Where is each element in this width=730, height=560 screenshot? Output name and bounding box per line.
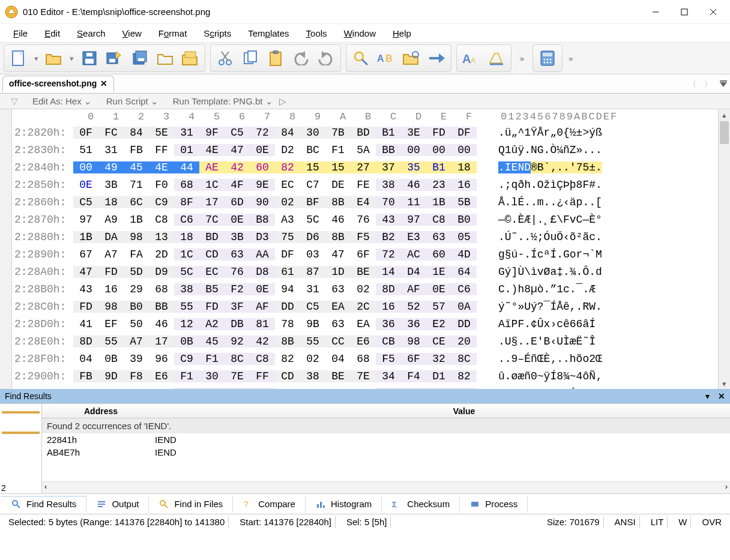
chevron-down-icon[interactable]: ▾ xyxy=(34,54,38,63)
bottom-tab-output[interactable]: Output xyxy=(86,496,149,513)
hex-row[interactable]: 2:2860h:C5186CC98F176D9002BF8BE470111B5B… xyxy=(12,193,718,211)
results-summary: Found 2 occurrences of 'IEND'. xyxy=(42,418,730,433)
hex-row[interactable]: 2:2820h:0FFC845E319FC57284307BBDB13EFDDF… xyxy=(12,124,718,141)
next-tab-button[interactable]: 〉 xyxy=(701,77,714,91)
hex-row[interactable]: 2:2890h:67A7FA2D1CCD63AADF03476F72AC604D… xyxy=(12,245,718,263)
maximize-button[interactable] xyxy=(670,2,699,22)
redo-button[interactable] xyxy=(316,49,336,68)
toolbar-overflow-icon[interactable]: » xyxy=(565,54,576,63)
chevron-down-icon[interactable]: ▾ xyxy=(70,54,74,63)
panel-close-icon[interactable]: ✕ xyxy=(718,391,725,401)
scroll-up-icon[interactable]: ▴ xyxy=(719,109,730,120)
gutter xyxy=(0,109,12,389)
find-result-row[interactable]: 22841hIEND xyxy=(42,433,730,446)
toolbar-overflow-icon[interactable]: » xyxy=(514,54,530,63)
menu-search[interactable]: Search xyxy=(68,26,114,41)
goto-button[interactable] xyxy=(427,49,446,68)
status-size[interactable]: Size: 701679 xyxy=(543,516,604,528)
menu-tools[interactable]: Tools xyxy=(298,26,336,41)
open-file-button[interactable] xyxy=(44,49,64,68)
svg-text:?: ? xyxy=(244,499,249,509)
new-file-button[interactable] xyxy=(9,49,28,68)
hex-row[interactable]: 2:28E0h:8D55A7170B4592428B55CCE6CB98CE20… xyxy=(12,333,718,350)
open-folder-button[interactable] xyxy=(155,49,175,68)
svg-point-47 xyxy=(13,501,17,505)
status-sel[interactable]: Sel: 5 [5h] xyxy=(343,516,391,528)
open-template-button[interactable] xyxy=(181,49,200,68)
save-all-button[interactable] xyxy=(130,49,149,68)
scroll-thumb[interactable] xyxy=(720,121,729,144)
calculator-button[interactable] xyxy=(538,49,557,68)
status-endian[interactable]: LIT xyxy=(647,516,668,528)
bottom-tab-checksum[interactable]: ΣChecksum xyxy=(382,496,460,513)
bottom-tab-find-in-files[interactable]: Find in Files xyxy=(149,496,233,513)
bottom-tab-histogram[interactable]: Histogram xyxy=(306,496,382,513)
expand-icon[interactable]: ▽ xyxy=(11,96,18,107)
hex-row[interactable]: 2:2870h:97A91BC8C67C0EB8A35C46764397C8B0… xyxy=(12,211,718,228)
bottom-tab-compare[interactable]: ?Compare xyxy=(233,496,306,513)
scroll-down-icon[interactable]: ▾ xyxy=(719,378,730,389)
menu-edit[interactable]: Edit xyxy=(36,26,68,41)
copy-button[interactable] xyxy=(241,49,260,68)
find-in-files-button[interactable] xyxy=(402,49,421,68)
svg-point-41 xyxy=(550,59,552,61)
find-in-files-icon xyxy=(158,499,169,510)
save-as-button[interactable] xyxy=(105,49,124,68)
highlight-button[interactable] xyxy=(487,49,506,68)
status-ovr[interactable]: OVR xyxy=(698,516,725,528)
edit-options-strip: ▽ Edit As: Hex ⌄ Run Script ⌄ Run Templa… xyxy=(0,94,730,109)
play-icon[interactable]: ▷ xyxy=(279,96,286,107)
minimap[interactable]: 2 xyxy=(0,404,42,493)
hex-row[interactable]: 2:2910h:0793AEF3465E837BB79A3FC159516893… xyxy=(12,385,718,389)
hex-row[interactable]: 2:2840h:0049454E44AE4260821515273735B118… xyxy=(12,158,718,176)
svg-text:A: A xyxy=(462,52,471,65)
vertical-scrollbar[interactable]: ▴ ▾ xyxy=(718,109,730,389)
horizontal-scrollbar[interactable] xyxy=(42,481,730,493)
menu-window[interactable]: Window xyxy=(336,26,384,41)
prev-tab-button[interactable]: 〈 xyxy=(686,77,699,91)
find-button[interactable] xyxy=(351,49,370,68)
tab-list-button[interactable] xyxy=(717,77,730,91)
status-write[interactable]: W xyxy=(675,516,691,528)
hex-row[interactable]: 2:28D0h:41EF504612A2DB81789B63EA3636E2DD… xyxy=(12,315,718,333)
find-result-row[interactable]: AB4E7hIEND xyxy=(42,446,730,459)
panel-minimize-icon[interactable]: ▾ xyxy=(705,391,710,401)
menu-templates[interactable]: Templates xyxy=(240,26,297,41)
status-start[interactable]: Start: 141376 [22840h] xyxy=(236,516,336,528)
font-button[interactable]: AA xyxy=(462,49,481,68)
cut-button[interactable] xyxy=(216,49,235,68)
run-script-selector[interactable]: Run Script ⌄ xyxy=(106,96,158,107)
status-encoding[interactable]: ANSI xyxy=(611,516,640,528)
menu-format[interactable]: Format xyxy=(150,26,196,41)
undo-button[interactable] xyxy=(291,49,310,68)
close-button[interactable] xyxy=(699,2,728,22)
menu-help[interactable]: Help xyxy=(384,26,420,41)
paste-button[interactable] xyxy=(266,49,285,68)
column-value[interactable]: Value xyxy=(198,406,730,416)
menu-scripts[interactable]: Scripts xyxy=(195,26,240,41)
svg-marker-35 xyxy=(490,53,502,63)
run-template-selector[interactable]: Run Template: PNG.bt ⌄ ▷ xyxy=(173,96,286,107)
bottom-tab-process[interactable]: Process xyxy=(460,496,528,513)
hex-row[interactable]: 2:2850h:0E3B71F0681C4F9EECC7DEFE38462316… xyxy=(12,176,718,193)
hex-row[interactable]: 2:28C0h:FD98B0BB55FD3FAFDDC5EA2C1652570A… xyxy=(12,298,718,315)
hex-editor[interactable]: 0123456789ABCDEF0123456789ABCDEF 2:2820h… xyxy=(0,109,730,389)
hex-row[interactable]: 2:2830h:5131FBFF014E470ED2BCF15ABB000000… xyxy=(12,141,718,158)
hex-row[interactable]: 2:2900h:FB9DF8E6F1307EFFCD38BE7E34F4D182… xyxy=(12,367,718,385)
tab-active[interactable]: office-screenshot.png ✕ xyxy=(2,76,114,92)
hex-row[interactable]: 2:28F0h:040B3996C9F18CC882020468F56F328C… xyxy=(12,350,718,367)
svg-point-16 xyxy=(219,60,224,65)
edit-as-selector[interactable]: Edit As: Hex ⌄ xyxy=(32,96,92,107)
bottom-tab-find-results[interactable]: Find Results xyxy=(1,496,86,513)
close-icon[interactable]: ✕ xyxy=(100,79,107,88)
column-address[interactable]: Address xyxy=(42,406,198,416)
hex-row[interactable]: 2:28A0h:47FD5DD95CEC76D861871DBE14D41E64… xyxy=(12,263,718,280)
menu-bar: FileEditSearchViewFormatScriptsTemplates… xyxy=(0,24,730,42)
hex-row[interactable]: 2:28B0h:4316296838B5F20E943163028DAF0EC6… xyxy=(12,280,718,298)
menu-file[interactable]: File xyxy=(5,26,36,41)
hex-row[interactable]: 2:2880h:1BDA981318BD3BD375D68BF5B2E36305… xyxy=(12,228,718,245)
menu-view[interactable]: View xyxy=(114,26,150,41)
minimize-button[interactable] xyxy=(641,2,670,22)
save-button[interactable] xyxy=(80,49,99,68)
find-replace-button[interactable]: AB xyxy=(376,49,396,68)
